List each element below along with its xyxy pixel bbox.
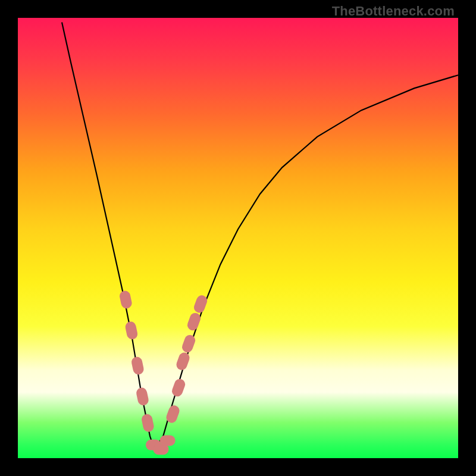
svg-rect-4 <box>140 413 155 433</box>
svg-rect-3 <box>135 387 149 406</box>
svg-rect-9 <box>171 377 187 397</box>
svg-rect-0 <box>118 290 133 309</box>
svg-rect-2 <box>130 356 145 375</box>
svg-rect-1 <box>124 321 139 340</box>
svg-rect-13 <box>193 294 209 314</box>
data-markers <box>118 290 208 455</box>
svg-rect-11 <box>181 333 197 353</box>
curve-left <box>62 22 154 449</box>
chart-svg <box>18 18 458 458</box>
attribution-text: TheBottleneck.com <box>332 4 455 19</box>
svg-rect-10 <box>175 351 191 371</box>
svg-rect-7 <box>160 435 176 446</box>
chart-plot-area <box>18 18 458 458</box>
curve-right <box>154 75 458 449</box>
svg-rect-12 <box>186 311 202 331</box>
